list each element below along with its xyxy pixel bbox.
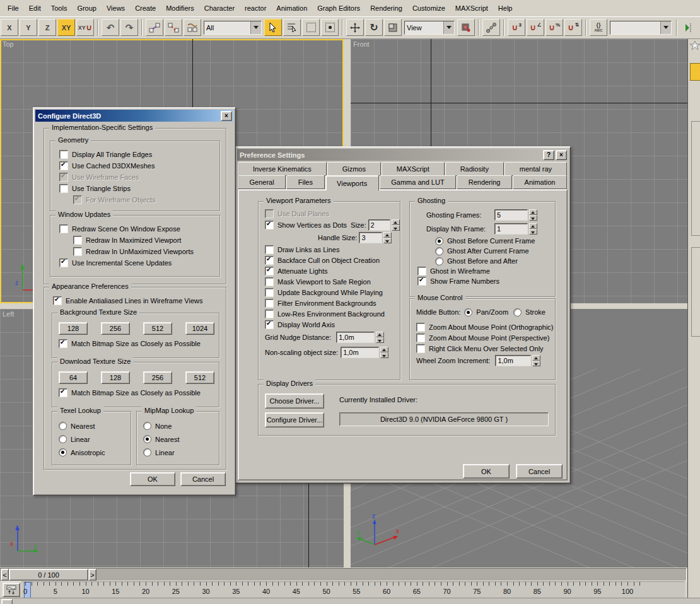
nonscaling-field[interactable]: 1,0m	[341, 347, 379, 358]
radio-row[interactable]: Nearest	[59, 419, 131, 433]
menu-item[interactable]: Graph Editors	[312, 3, 365, 14]
cancel-button[interactable]: Cancel	[516, 464, 563, 479]
select-and-link-icon[interactable]	[146, 19, 163, 36]
menu-item[interactable]: Group	[72, 3, 102, 14]
tab[interactable]: Files	[286, 175, 324, 189]
constraint-xy-button[interactable]: XY	[57, 19, 75, 36]
vertex-size-spinner[interactable]	[392, 219, 400, 231]
checkbox-row[interactable]: Zoom About Mouse Point (Perspective)	[416, 332, 555, 343]
texture-size-button[interactable]: 128	[59, 322, 88, 335]
named-selection-sets-icon[interactable]: {} ABC	[590, 19, 607, 36]
menu-item[interactable]: Modifiers	[161, 3, 199, 14]
tab[interactable]: Gizmos	[327, 162, 381, 176]
dialog-titlebar[interactable]: Preference Settings ? ×	[237, 149, 568, 161]
texture-size-button[interactable]: 256	[143, 371, 172, 384]
menu-item[interactable]: reactor	[240, 3, 271, 14]
display-nth-spinner[interactable]	[529, 223, 537, 235]
display-nth-field[interactable]: 1	[494, 223, 528, 235]
checkbox-row[interactable]: Redraw In Maximized Viewport	[59, 235, 219, 246]
percent-snap-icon[interactable]: ∪%	[545, 19, 563, 36]
tab[interactable]: MAXScript	[382, 162, 445, 176]
select-by-name-icon[interactable]	[283, 19, 301, 36]
texture-size-button[interactable]: 512	[185, 371, 214, 384]
use-pivot-point-center-icon[interactable]	[457, 19, 475, 36]
tab[interactable]: Animation	[513, 175, 567, 189]
texture-size-button[interactable]: 1024	[185, 322, 214, 335]
menu-item[interactable]: Views	[102, 3, 130, 14]
select-and-move-icon[interactable]	[346, 19, 364, 36]
checkbox-row[interactable]: Update Background While Playing	[265, 287, 400, 298]
texture-size-button[interactable]: 128	[101, 371, 130, 384]
checkbox-use-dual-planes[interactable]: Use Dual Planes	[265, 208, 400, 219]
menu-item[interactable]: Create	[130, 3, 161, 14]
radio-row[interactable]: Ghost Before and After	[435, 256, 555, 266]
wheel-zoom-field[interactable]: 1,0m	[495, 355, 531, 366]
ok-button[interactable]: OK	[463, 464, 510, 479]
tab[interactable]: mental ray	[505, 162, 567, 176]
checkbox-row[interactable]: Redraw In UnMaximized Viewports	[59, 246, 219, 257]
window-crossing-toggle-icon[interactable]	[321, 19, 339, 36]
checkbox-row[interactable]: Display World Axis	[265, 319, 400, 330]
radio-row[interactable]: Linear	[59, 433, 131, 446]
radio-row[interactable]: Linear	[143, 446, 219, 459]
coordinate-system-dropdown[interactable]: View	[404, 21, 455, 35]
radio-icon[interactable]	[464, 308, 472, 317]
close-button[interactable]: ×	[221, 111, 232, 121]
select-object-icon[interactable]	[264, 19, 282, 36]
chevron-down-icon[interactable]	[443, 21, 454, 34]
checkbox-match-bitmap[interactable]: Match Bitmap Size as Closely as Possible	[52, 387, 219, 398]
ghosting-frames-spinner[interactable]	[529, 209, 537, 221]
tab[interactable]: Radiosity	[445, 162, 504, 176]
radio-row[interactable]: Ghost Before Current Frame	[435, 236, 555, 246]
radio-row[interactable]: Ghost After Current Frame	[435, 246, 555, 256]
close-button[interactable]: ×	[556, 150, 567, 160]
wheel-zoom-spinner[interactable]	[532, 355, 540, 366]
menu-item[interactable]: Customize	[407, 3, 450, 14]
checkbox-row[interactable]: Ghost in Wireframe	[417, 266, 555, 276]
checkbox-match-bitmap[interactable]: Match Bitmap Size as Closely as Possible	[52, 338, 219, 349]
select-and-manipulate-icon[interactable]	[482, 19, 500, 36]
constraint-x-button[interactable]: X	[1, 19, 18, 36]
create-panel-tab-icon[interactable]	[690, 41, 700, 50]
constraint-y-button[interactable]: Y	[20, 19, 37, 36]
checkbox-row[interactable]: Show Frame Numbers	[417, 276, 555, 286]
spinner-snap-icon[interactable]: ∪⇅	[564, 19, 582, 36]
checkbox-row[interactable]: Zoom About Mouse Point (Orthographic)	[416, 322, 555, 332]
snap-toggle-icon[interactable]: ∪3	[508, 19, 525, 36]
bind-to-space-warp-icon[interactable]	[184, 19, 201, 36]
checkbox-antialiased[interactable]: Enable Antialiased Lines in Wireframe Vi…	[53, 295, 202, 306]
dialog-titlebar[interactable]: Configure Direct3D ×	[35, 110, 233, 122]
checkbox-row[interactable]: Right Click Menu Over Selected Only	[416, 343, 555, 354]
select-and-rotate-icon[interactable]: ↻	[365, 19, 383, 36]
chevron-down-icon[interactable]	[660, 21, 671, 34]
grid-nudge-spinner[interactable]	[376, 332, 384, 343]
configure-driver-button[interactable]: Configure Driver...	[265, 412, 324, 427]
tab[interactable]: General	[238, 175, 286, 189]
menu-item[interactable]: Character	[199, 3, 240, 14]
checkbox-row[interactable]: Backface Cull on Object Creation	[265, 255, 400, 265]
checkbox-row[interactable]: Use Wireframe Faces	[59, 171, 219, 183]
named-selection-dropdown[interactable]	[610, 21, 672, 35]
handle-size-spinner[interactable]	[383, 232, 392, 243]
checkbox-row[interactable]: Use Cached D3DXMeshes	[59, 160, 219, 171]
tab[interactable]: Gamma and LUT	[380, 175, 456, 189]
constraint-z-button[interactable]: Z	[38, 19, 56, 36]
time-slider-handle[interactable]: 0 / 100	[9, 569, 88, 581]
selection-filter-dropdown[interactable]: All	[204, 21, 262, 35]
menu-item[interactable]: Rendering	[365, 3, 407, 14]
checkbox-row[interactable]: Use Triangle Strips	[59, 183, 219, 194]
snap-xy-button[interactable]: XY∪	[76, 19, 94, 36]
radio-row[interactable]: Anisotropic	[59, 446, 131, 459]
panel-partial-button[interactable]	[690, 63, 700, 81]
ghosting-frames-field[interactable]: 5	[494, 209, 528, 221]
tab[interactable]: Rendering	[457, 175, 512, 189]
checkbox-show-vertices[interactable]: Show Vertices as Dots Size: 2	[265, 219, 400, 231]
texture-size-button[interactable]: 512	[143, 322, 172, 335]
menu-item[interactable]: File	[3, 3, 24, 14]
time-slider[interactable]: < 0 / 100 >	[0, 568, 687, 581]
trackbar-ruler[interactable]: 0510152025303540455055606570758085909510…	[21, 581, 685, 598]
checkbox-row[interactable]: Draw Links as Lines	[265, 244, 400, 255]
checkbox-row[interactable]: Mask Viewport to Safe Region	[265, 276, 400, 287]
undo-icon[interactable]: ↶	[102, 19, 119, 36]
choose-driver-button[interactable]: Choose Driver...	[265, 393, 324, 409]
